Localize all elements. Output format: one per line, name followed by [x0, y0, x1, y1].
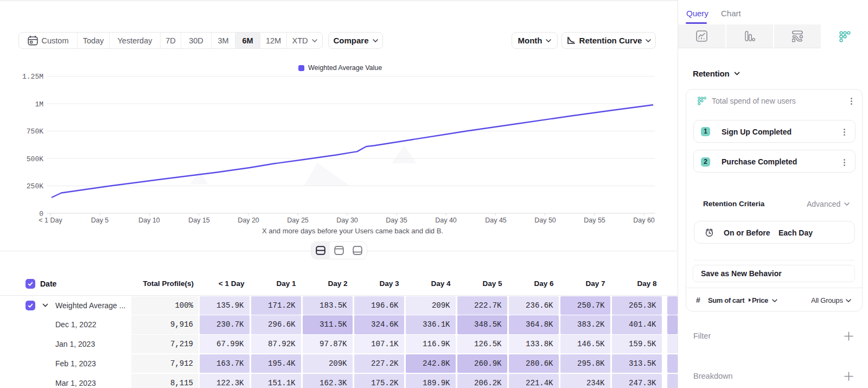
svg-text:Day 60: Day 60 — [633, 217, 655, 224]
svg-text:Day 15: Day 15 — [188, 217, 210, 224]
svg-text:250K: 250K — [27, 182, 43, 190]
svg-text:< 1 Day: < 1 Day — [39, 217, 62, 224]
svg-text:Day 5: Day 5 — [91, 217, 109, 224]
svg-text:Day 55: Day 55 — [584, 217, 605, 224]
svg-text:1M: 1M — [35, 100, 43, 109]
svg-text:1.25M: 1.25M — [22, 73, 43, 81]
svg-text:Day 45: Day 45 — [485, 217, 507, 224]
svg-text:Day 25: Day 25 — [287, 217, 309, 224]
svg-text:Day 35: Day 35 — [386, 217, 407, 224]
svg-text:500K: 500K — [27, 155, 43, 163]
svg-text:750K: 750K — [27, 128, 43, 136]
svg-text:Day 20: Day 20 — [238, 217, 259, 224]
svg-text:Day 40: Day 40 — [435, 217, 457, 224]
svg-text:Day 50: Day 50 — [534, 217, 556, 224]
svg-text:Day 10: Day 10 — [138, 217, 160, 224]
svg-text:Day 30: Day 30 — [336, 217, 358, 224]
